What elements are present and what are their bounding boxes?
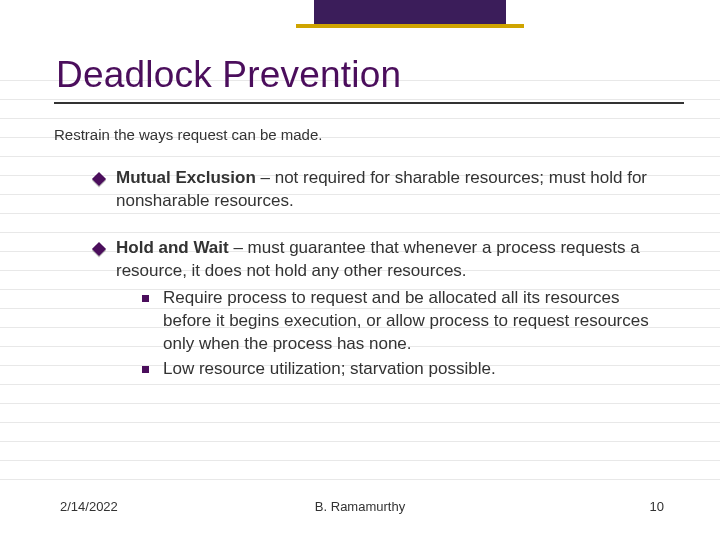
slide-title: Deadlock Prevention xyxy=(56,54,664,96)
footer-date: 2/14/2022 xyxy=(60,499,118,514)
diamond-bullet-icon xyxy=(92,242,106,256)
title-underline xyxy=(54,102,684,104)
bullet-item: Hold and Wait – must guarantee that when… xyxy=(94,237,664,381)
header-accent-stripe xyxy=(0,24,720,28)
bullet-bold: Mutual Exclusion xyxy=(116,168,256,187)
bullet-item: Mutual Exclusion – not required for shar… xyxy=(94,167,664,213)
sub-bullet-list: Require process to request and be alloca… xyxy=(142,287,656,381)
sub-bullet-item: Require process to request and be alloca… xyxy=(142,287,656,356)
bullet-body: Hold and Wait – must guarantee that when… xyxy=(116,237,656,381)
sub-bullet-text: Require process to request and be alloca… xyxy=(163,287,653,356)
sub-bullet-text: Low resource utilization; starvation pos… xyxy=(163,358,496,381)
sub-bullet-item: Low resource utilization; starvation pos… xyxy=(142,358,656,381)
bullet-bold: Hold and Wait xyxy=(116,238,229,257)
slide-content: Deadlock Prevention Restrain the ways re… xyxy=(0,0,720,381)
bullet-list: Mutual Exclusion – not required for shar… xyxy=(94,167,664,381)
square-bullet-icon xyxy=(142,366,149,373)
slide-subtitle: Restrain the ways request can be made. xyxy=(54,126,664,143)
footer-page-number: 10 xyxy=(650,499,664,514)
bullet-text: Mutual Exclusion – not required for shar… xyxy=(116,167,656,213)
bullet-text: Hold and Wait – must guarantee that when… xyxy=(116,237,656,283)
header-purple-block xyxy=(314,0,506,24)
diamond-bullet-icon xyxy=(92,172,106,186)
square-bullet-icon xyxy=(142,295,149,302)
slide-footer: 2/14/2022 B. Ramamurthy 10 xyxy=(0,499,720,514)
footer-author: B. Ramamurthy xyxy=(315,499,405,514)
